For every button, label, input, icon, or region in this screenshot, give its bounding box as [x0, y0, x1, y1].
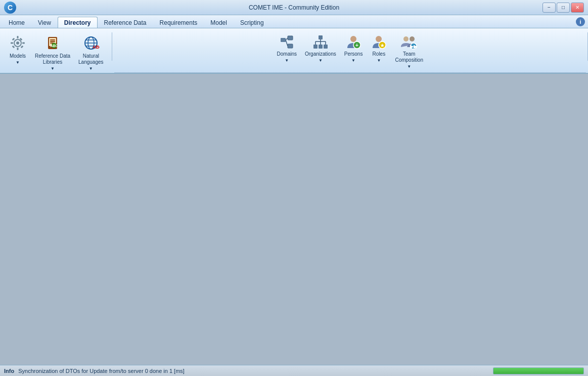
roles-label: Roles: [373, 51, 386, 57]
svg-rect-4: [11, 43, 13, 44]
tab-scripting[interactable]: Scripting: [234, 17, 270, 28]
organizations-button[interactable]: Organizations ▼: [301, 31, 340, 65]
ribbon: Models ▼ ABC Reference DataLibra: [0, 28, 588, 74]
restore-button[interactable]: □: [557, 3, 570, 13]
svg-text:+: +: [355, 43, 358, 48]
team-composition-button[interactable]: ▶▶ TeamComposition ▼: [391, 31, 427, 71]
domains-button[interactable]: Domains ▼: [274, 31, 300, 65]
tab-requirements[interactable]: Requirements: [153, 17, 204, 28]
tab-model[interactable]: Model: [204, 17, 234, 28]
models-icon: [9, 34, 27, 52]
window-title: COMET IME - Community Edition: [249, 4, 339, 11]
team-composition-dropdown-arrow: ▼: [407, 64, 411, 69]
svg-text:▶▶: ▶▶: [410, 44, 417, 49]
svg-line-27: [286, 40, 288, 46]
domains-icon: [279, 34, 295, 50]
title-bar: C COMET IME - Community Edition − □ ✕: [0, 0, 588, 15]
reference-data-libs-button[interactable]: ABC Reference DataLibraries ▼: [31, 31, 74, 73]
ref-data-libs-label: Reference DataLibraries: [35, 53, 70, 65]
svg-rect-25: [288, 44, 293, 48]
persons-button[interactable]: + Persons ▼: [341, 31, 367, 65]
svg-rect-31: [324, 45, 328, 49]
roles-button[interactable]: ★ Roles ▼: [367, 31, 390, 65]
svg-rect-13: [50, 41, 55, 42]
persons-icon: +: [345, 34, 361, 50]
main-content: [0, 74, 588, 365]
svg-rect-29: [313, 45, 318, 49]
svg-rect-5: [22, 43, 25, 44]
organizations-label: Organizations: [305, 51, 336, 57]
info-button[interactable]: i: [576, 17, 585, 26]
title-bar-left: C: [4, 2, 16, 14]
svg-rect-23: [281, 38, 286, 42]
models-label: Models: [10, 53, 26, 59]
svg-point-37: [350, 36, 356, 42]
svg-rect-30: [319, 45, 323, 49]
svg-line-26: [286, 38, 288, 40]
status-message: Synchronization of DTOs for Update from/…: [18, 368, 185, 374]
svg-rect-9: [12, 46, 15, 49]
window-controls: − □ ✕: [542, 3, 584, 13]
ribbon-directory-section: Models ▼ ABC Reference DataLibra: [0, 30, 112, 71]
status-info-label: Info: [4, 368, 14, 374]
persons-dropdown-arrow: ▼: [351, 58, 355, 63]
svg-rect-24: [288, 36, 293, 40]
ribbon-directory-items: Models ▼ ABC Reference DataLibra: [2, 30, 110, 74]
app-logo: C: [4, 2, 16, 14]
tab-directory[interactable]: Directory: [58, 17, 98, 28]
status-progress-fill: [493, 368, 583, 374]
models-button[interactable]: Models ▼: [5, 31, 30, 67]
svg-rect-12: [50, 39, 55, 40]
natural-lang-dropdown-arrow: ▼: [89, 66, 93, 71]
domains-dropdown-arrow: ▼: [285, 58, 289, 63]
status-bar: Info Synchronization of DTOs for Update …: [0, 365, 588, 376]
svg-text:ABC: ABC: [93, 45, 100, 50]
svg-text:ABC: ABC: [50, 44, 58, 48]
ref-data-libs-dropdown-arrow: ▼: [51, 66, 55, 71]
roles-icon: ★: [371, 34, 387, 50]
ref-data-libs-icon: ABC: [43, 34, 62, 52]
persons-label: Persons: [344, 51, 363, 57]
natural-lang-label: NaturalLanguages: [78, 53, 104, 65]
organizations-dropdown-arrow: ▼: [319, 58, 323, 63]
tab-home[interactable]: Home: [2, 17, 31, 28]
natural-lang-icon: ABC: [82, 34, 100, 52]
roles-dropdown-arrow: ▼: [377, 58, 381, 63]
svg-point-44: [410, 36, 415, 41]
status-progress-bar-container: [493, 367, 584, 374]
models-dropdown-arrow: ▼: [16, 60, 20, 65]
svg-point-40: [376, 36, 382, 42]
svg-rect-7: [21, 46, 24, 49]
svg-point-1: [16, 41, 19, 45]
team-composition-label: TeamComposition: [395, 51, 423, 63]
close-button[interactable]: ✕: [571, 3, 584, 13]
natural-languages-button[interactable]: ABC NaturalLanguages ▼: [75, 31, 107, 73]
tab-view[interactable]: View: [31, 17, 58, 28]
menu-bar: Home View Directory Reference Data Requi…: [0, 15, 588, 28]
svg-text:★: ★: [380, 43, 385, 48]
ribbon-user-mgmt-section: Domains ▼: [112, 30, 588, 71]
svg-rect-28: [319, 35, 323, 39]
organizations-icon: [312, 34, 329, 50]
domains-label: Domains: [277, 51, 297, 57]
svg-rect-6: [12, 38, 15, 41]
svg-rect-2: [17, 36, 19, 38]
svg-point-43: [403, 36, 409, 41]
minimize-button[interactable]: −: [542, 3, 556, 13]
svg-rect-3: [17, 48, 19, 50]
team-composition-icon: ▶▶: [401, 34, 417, 50]
tab-reference-data[interactable]: Reference Data: [98, 17, 153, 28]
ribbon-user-mgmt-items: Domains ▼: [270, 30, 430, 72]
